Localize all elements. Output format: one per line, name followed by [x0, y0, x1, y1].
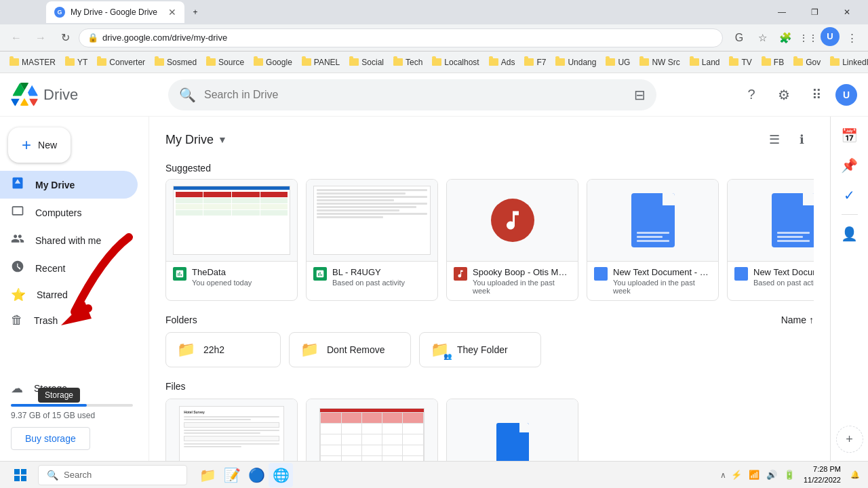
bookmark-undang[interactable]: Undang	[551, 56, 600, 69]
bookmark-label: F7	[536, 58, 546, 67]
tray-volume[interactable]: 🔊	[764, 468, 779, 483]
bookmark-localhost[interactable]: Localhost	[428, 56, 483, 69]
tray-wifi[interactable]: 📶	[747, 468, 762, 483]
suggested-file-audio[interactable]: Spooky Boop - Otis McDon... You uploaded…	[446, 179, 578, 301]
suggested-file-doc1[interactable]: New Text Document - Copy... You uploaded…	[587, 179, 719, 301]
sidebar-item-computers[interactable]: Computers	[0, 199, 138, 226]
bookmark-tv[interactable]: TV	[725, 56, 755, 69]
bookmark-google[interactable]: Google	[250, 56, 296, 69]
start-btn[interactable]	[5, 463, 35, 487]
refresh-btn[interactable]: ↻	[54, 27, 76, 49]
taskbar-clock[interactable]: 7:28 PM 11/22/2022	[800, 464, 845, 485]
rpanel-contacts-btn[interactable]: 👤	[836, 220, 863, 247]
forward-btn[interactable]: →	[30, 27, 52, 49]
help-btn[interactable]: ?	[738, 81, 765, 108]
taskbar-notepad[interactable]: 📝	[220, 463, 244, 487]
folders-title: Folders	[165, 314, 197, 325]
folder-icon	[65, 58, 75, 66]
file-details-bl: BL - R4UGY Based on past activity	[332, 267, 431, 287]
bookmark-label: MASTER	[22, 58, 56, 67]
bookmark-fb[interactable]: FB	[757, 56, 788, 69]
tray-chevron[interactable]: ∧	[720, 470, 726, 480]
rpanel-add-btn[interactable]: +	[836, 426, 863, 453]
rpanel-tasks-btn[interactable]: 📌	[836, 152, 863, 179]
bookmark-gov[interactable]: Gov	[789, 56, 825, 69]
back-btn[interactable]: ←	[5, 27, 27, 49]
sidebar-item-shared[interactable]: Shared with me	[0, 226, 138, 254]
new-button[interactable]: + New	[8, 127, 71, 163]
tray-notification[interactable]: 🔔	[848, 468, 863, 483]
menu-btn[interactable]: ⋮	[841, 27, 863, 49]
sidebar-item-trash[interactable]: 🗑 Trash	[0, 308, 138, 333]
folder-dont-remove-icon: 📁	[300, 341, 319, 359]
sidebar-item-recent[interactable]: Recent	[0, 254, 138, 282]
search-bar[interactable]: 🔍 ⊟	[168, 79, 656, 110]
sort-btn[interactable]: Name ↑	[781, 314, 814, 325]
extensions-btn[interactable]: 🧩	[774, 27, 796, 49]
sidebar-item-starred[interactable]: ⭐ Starred	[0, 282, 138, 308]
settings-btn[interactable]: ⚙	[770, 81, 797, 108]
search-input[interactable]	[204, 89, 626, 101]
apps-btn[interactable]: ⋮⋮	[797, 27, 819, 49]
new-tab-btn[interactable]: +	[184, 1, 206, 23]
taskbar-browser-edge[interactable]: 🔵	[244, 463, 269, 487]
folder-they-folder[interactable]: 📁 👥 They Folder	[419, 332, 541, 367]
bookmark-source[interactable]: Source	[202, 56, 248, 69]
bookmark-f7[interactable]: F7	[520, 56, 550, 69]
minimize-btn[interactable]: —	[766, 1, 797, 23]
close-btn[interactable]: ✕	[831, 1, 863, 23]
bookmark-yt[interactable]: YT	[61, 56, 92, 69]
bookmark-sosmed[interactable]: Sosmed	[151, 56, 201, 69]
sidebar-item-my-drive[interactable]: My Drive	[0, 171, 138, 199]
bookmark-nwsrc[interactable]: NW Src	[635, 56, 684, 69]
audio-file-icon	[454, 267, 467, 281]
tune-icon[interactable]: ⊟	[634, 87, 646, 103]
rpanel-calendar-btn[interactable]: 📅	[836, 122, 863, 149]
suggested-file-bl[interactable]: BL - R4UGY Based on past activity	[306, 179, 438, 301]
taskbar-date: 11/22/2022	[804, 475, 841, 485]
storage-item[interactable]: ☁ Storage Storage	[11, 375, 138, 401]
sidebar-label-trash: Trash	[34, 315, 58, 326]
google-icon[interactable]: G	[728, 27, 750, 49]
taskbar-file-explorer[interactable]: 📁	[195, 463, 220, 487]
info-btn[interactable]: ℹ	[789, 127, 814, 152]
bookmark-ug[interactable]: UG	[601, 56, 634, 69]
apps-grid-btn[interactable]: ⠿	[803, 81, 830, 108]
tray-antivirus[interactable]: ⚡	[729, 468, 744, 483]
bookmark-social[interactable]: Social	[345, 56, 388, 69]
docs-large-icon	[631, 193, 675, 247]
file-meta-thedata: You opened today	[192, 279, 290, 287]
address-bar[interactable]: 🔒 drive.google.com/drive/my-drive	[79, 28, 723, 47]
buy-storage-btn[interactable]: Buy storage	[11, 427, 90, 450]
folder-dont-remove[interactable]: 📁 Dont Remove	[289, 332, 411, 367]
suggested-file-thedata[interactable]: TheData You opened today	[165, 179, 298, 301]
file-document[interactable]	[446, 399, 578, 461]
maximize-btn[interactable]: ❐	[799, 1, 830, 23]
file-details-doc1: New Text Document - Copy... You uploaded…	[613, 267, 711, 295]
taskbar-chrome[interactable]: 🌐	[269, 463, 293, 487]
browser-tab-active[interactable]: G My Drive - Google Drive ✕	[46, 1, 184, 23]
drive-breadcrumb[interactable]: My Drive ▼	[165, 133, 227, 147]
taskbar-search[interactable]: 🔍 Search	[38, 465, 187, 485]
rpanel-keep-btn[interactable]: ✓	[836, 182, 863, 209]
user-avatar[interactable]: U	[835, 84, 857, 106]
file-hotel-survey[interactable]: Hotel Survey	[165, 399, 298, 461]
bookmark-panel[interactable]: PANEL	[298, 56, 344, 69]
file-name-doc1: New Text Document - Copy...	[613, 267, 711, 277]
app-right-icons: ? ⚙ ⠿ U	[738, 81, 857, 108]
file-spreadsheet[interactable]	[306, 399, 438, 461]
bookmark-master[interactable]: MASTER	[5, 56, 60, 69]
star-btn[interactable]: ☆	[751, 27, 773, 49]
sidebar: + New My Drive Computers Shared with me	[0, 117, 149, 461]
tab-close-btn[interactable]: ✕	[168, 7, 176, 18]
suggested-file-doc2[interactable]: New Text Document - Copy_... Based on pa…	[727, 179, 814, 301]
tray-battery[interactable]: 🔋	[782, 468, 797, 483]
list-view-btn[interactable]: ☰	[762, 127, 787, 152]
folder-22h2[interactable]: 📁 22h2	[165, 332, 281, 367]
bookmark-tech[interactable]: Tech	[389, 56, 427, 69]
bookmark-linkedin[interactable]: LinkedIn	[826, 56, 868, 69]
profile-btn[interactable]: U	[821, 27, 840, 46]
bookmark-ads[interactable]: Ads	[485, 56, 519, 69]
bookmark-converter[interactable]: Converter	[93, 56, 149, 69]
bookmark-land[interactable]: Land	[686, 56, 724, 69]
